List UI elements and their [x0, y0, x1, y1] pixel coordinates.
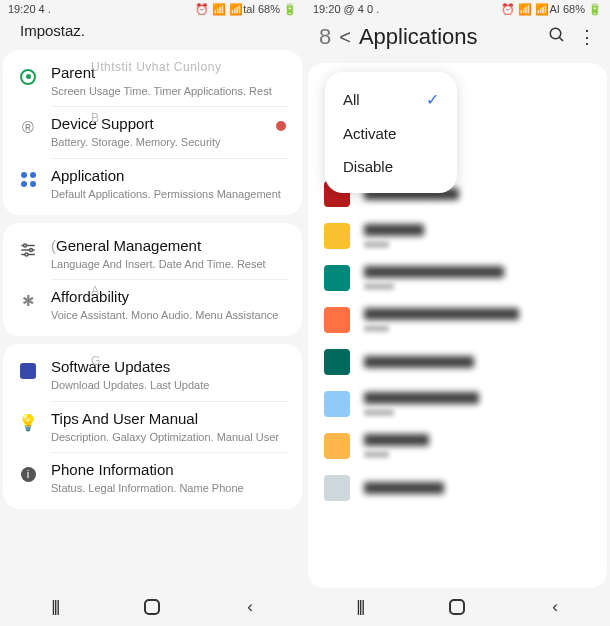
app-name-blurred [364, 482, 444, 494]
app-row[interactable] [308, 215, 607, 257]
settings-item-star[interactable]: ✱AAffordabilityVoice Assistant. Mono Aud… [3, 280, 302, 330]
status-bar-left: 19:20 4 . ⏰ 📶 📶tal 68% 🔋 [0, 0, 305, 18]
settings-item-sliders[interactable]: (General ManagementLanguage And Insert. … [3, 229, 302, 279]
nav-back[interactable]: ‹ [535, 597, 575, 617]
app-row[interactable] [308, 341, 607, 383]
app-texts [364, 434, 591, 458]
app-sub-blurred [364, 241, 389, 248]
nav-home[interactable] [144, 599, 160, 615]
settings-group: (General ManagementLanguage And Insert. … [3, 223, 302, 337]
app-row[interactable] [308, 257, 607, 299]
nav-back[interactable]: ‹ [230, 597, 270, 617]
app-name-blurred [364, 392, 479, 404]
search-icon[interactable] [548, 26, 566, 48]
nav-recents[interactable]: ||| [340, 597, 380, 617]
status-time: 19:20 @ 4 0 . [313, 3, 379, 15]
app-icon [324, 265, 350, 291]
settings-item-registered[interactable]: ®BDevice SupportBattery. Storage. Memory… [3, 107, 302, 157]
wellbeing-icon [17, 66, 39, 88]
app-texts [364, 308, 591, 332]
bulb-icon: 💡 [17, 412, 39, 434]
app-icon [324, 349, 350, 375]
check-icon: ✓ [426, 90, 439, 109]
apps-icon [17, 169, 39, 191]
filter-dropdown[interactable]: All✓ActivateDisable [325, 72, 457, 193]
dropdown-label: All [343, 91, 360, 108]
app-texts [364, 482, 591, 494]
app-name-blurred [364, 266, 504, 278]
applications-header: 8 < Applications ⋮ [305, 18, 610, 60]
settings-item-texts: Phone InformationStatus. Legal Informati… [51, 461, 288, 495]
settings-item-title: Tips And User Manual [51, 410, 288, 428]
registered-icon: ® [17, 117, 39, 139]
settings-item-wellbeing[interactable]: Uthtstit Uvhat CunlonyParentScreen Usage… [3, 56, 302, 106]
settings-item-title: (General Management [51, 237, 288, 255]
info-icon: i [17, 463, 39, 485]
settings-item-bulb[interactable]: 💡Tips And User ManualDescription. Galaxy… [3, 402, 302, 452]
app-texts [364, 224, 591, 248]
settings-screen: 19:20 4 . ⏰ 📶 📶tal 68% 🔋 Impostaz. Uthts… [0, 0, 305, 626]
star-icon: ✱ [17, 290, 39, 312]
settings-item-sub: Voice Assistant. Mono Audio. Menu Assist… [51, 308, 288, 322]
dropdown-option-disable[interactable]: Disable [325, 150, 457, 183]
app-row[interactable] [308, 383, 607, 425]
app-sub-blurred [364, 451, 389, 458]
more-icon[interactable]: ⋮ [574, 26, 600, 48]
settings-item-texts: Tips And User ManualDescription. Galaxy … [51, 410, 288, 444]
settings-item-texts: BDevice SupportBattery. Storage. Memory.… [51, 115, 288, 149]
settings-header: Impostaz. [0, 18, 305, 47]
app-icon [324, 307, 350, 333]
nav-bar-left: ||| ‹ [0, 588, 305, 626]
app-icon [324, 433, 350, 459]
dropdown-label: Disable [343, 158, 393, 175]
update-icon [17, 360, 39, 382]
dropdown-label: Activate [343, 125, 396, 142]
settings-item-apps[interactable]: ApplicationDefault Applications. Permiss… [3, 159, 302, 209]
settings-item-title: Application [51, 167, 288, 185]
settings-item-sub: Screen Usage Time. Timer Applications. R… [51, 84, 288, 98]
app-name-blurred [364, 308, 519, 320]
settings-item-title: Software Updates [51, 358, 288, 376]
settings-item-texts: ApplicationDefault Applications. Permiss… [51, 167, 288, 201]
app-icon [324, 223, 350, 249]
app-icon [324, 475, 350, 501]
settings-item-sub: Description. Galaxy Optimization. Manual… [51, 430, 288, 444]
status-time: 19:20 4 . [8, 3, 51, 15]
status-bar-right: 19:20 @ 4 0 . ⏰ 📶 📶AI 68% 🔋 [305, 0, 610, 18]
settings-list: Uthtstit Uvhat CunlonyParentScreen Usage… [0, 47, 305, 517]
app-name-blurred [364, 356, 474, 368]
nav-home[interactable] [449, 599, 465, 615]
svg-point-4 [30, 248, 33, 251]
ghost-text: Uthtstit Uvhat Cunlony [91, 60, 221, 74]
settings-item-title: Affordability [51, 288, 288, 306]
svg-line-7 [559, 37, 563, 41]
settings-item-info[interactable]: iPhone InformationStatus. Legal Informat… [3, 453, 302, 503]
app-row[interactable] [308, 467, 607, 509]
settings-item-sub: Default Applications. Permissions Manage… [51, 187, 288, 201]
settings-item-texts: Uthtstit Uvhat CunlonyParentScreen Usage… [51, 64, 288, 98]
back-icon[interactable]: < [339, 26, 351, 49]
page-title: Applications [359, 24, 540, 50]
settings-item-update[interactable]: GSoftware UpdatesDownload Updates. Last … [3, 350, 302, 400]
settings-item-sub: Battery. Storage. Memory. Security [51, 135, 288, 149]
app-texts [364, 392, 591, 416]
app-sub-blurred [364, 283, 394, 290]
dropdown-option-activate[interactable]: Activate [325, 117, 457, 150]
app-sub-blurred [364, 409, 394, 416]
settings-group: Uthtstit Uvhat CunlonyParentScreen Usage… [3, 50, 302, 215]
settings-item-sub: Status. Legal Information. Name Phone [51, 481, 288, 495]
dropdown-option-all[interactable]: All✓ [325, 82, 457, 117]
app-texts [364, 266, 591, 290]
settings-item-texts: (General ManagementLanguage And Insert. … [51, 237, 288, 271]
settings-group: GSoftware UpdatesDownload Updates. Last … [3, 344, 302, 509]
status-indicators: ⏰ 📶 📶AI 68% 🔋 [501, 3, 602, 16]
app-row[interactable] [308, 299, 607, 341]
settings-item-title: Device Support [51, 115, 288, 133]
app-row[interactable] [308, 425, 607, 467]
app-icon [324, 391, 350, 417]
header-prefix: 8 [319, 24, 331, 50]
nav-recents[interactable]: ||| [35, 597, 75, 617]
app-name-blurred [364, 224, 424, 236]
svg-point-3 [24, 244, 27, 247]
ghost-text: G [91, 354, 101, 368]
